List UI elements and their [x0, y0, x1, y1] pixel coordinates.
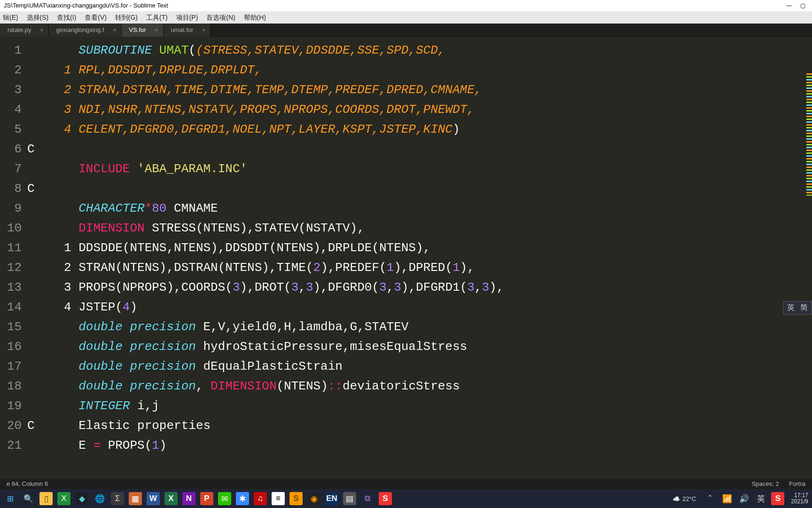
app-icon[interactable]: ▦: [129, 492, 142, 505]
chrome-icon[interactable]: 🌐: [93, 492, 106, 505]
app-icon[interactable]: EN: [325, 492, 338, 505]
tab-bar: ratate.py × gexiangtongxing.f × VS.for ×…: [0, 24, 812, 37]
code-token: SUBROUTINE: [78, 43, 152, 57]
sublime-icon[interactable]: S: [289, 492, 303, 505]
tab-gexiang[interactable]: gexiangtongxing.f ×: [49, 24, 122, 37]
weather-temp: 22°C: [682, 495, 696, 502]
volume-icon[interactable]: 🔊: [737, 492, 750, 505]
ime-app-icon[interactable]: S: [771, 492, 784, 505]
status-bar: e 84, Column 6 Spaces: 2 Fortra: [0, 479, 812, 489]
window-title: JS\Temp\UMAT\xianxing-changgangdu\VS.for…: [4, 0, 168, 11]
visualstudio-icon[interactable]: ⧉: [361, 492, 374, 505]
line-gutter: 1 2 3 4 5 6 7 8 9 10 11 12 13 14 15 16 1…: [0, 37, 27, 479]
menu-project[interactable]: 项目(P): [176, 14, 198, 21]
app-icon[interactable]: X: [57, 492, 70, 505]
clock[interactable]: 17:17 2021/9: [791, 492, 808, 505]
tab-umat[interactable]: umat.for ×: [164, 24, 211, 37]
close-icon[interactable]: ×: [155, 24, 158, 37]
code-token: UMAT: [159, 43, 188, 57]
app-icon[interactable]: S: [379, 492, 392, 505]
tab-ratate[interactable]: ratate.py ×: [0, 24, 49, 37]
menu-tools[interactable]: 工具(T): [146, 14, 168, 21]
menu-goto[interactable]: 转到(G): [115, 14, 138, 21]
excel-icon[interactable]: X: [164, 492, 178, 505]
word-icon[interactable]: W: [147, 492, 160, 505]
menu-find[interactable]: 查找(I): [57, 14, 76, 21]
wifi-icon[interactable]: 📶: [720, 492, 734, 505]
status-position[interactable]: e 84, Column 6: [7, 479, 48, 489]
tray-chevron-icon[interactable]: ˄: [703, 492, 717, 505]
terminal-icon[interactable]: Σ: [111, 492, 124, 505]
code-area[interactable]: SUBROUTINE UMAT((STRESS,STATEV,DDSDDE,SS…: [27, 37, 812, 479]
status-syntax[interactable]: Fortra: [789, 480, 805, 487]
tab-label: ratate.py: [8, 26, 31, 33]
weather-widget[interactable]: ☁️ 22°C: [672, 495, 696, 502]
minimize-button[interactable]: —: [786, 0, 792, 11]
clock-date: 2021/9: [791, 499, 808, 505]
ime-side-pill[interactable]: 英 简: [783, 301, 812, 315]
app-icon[interactable]: ◉: [307, 492, 320, 505]
title-bar: JS\Temp\UMAT\xianxing-changgangdu\VS.for…: [0, 0, 812, 11]
menu-help[interactable]: 帮助(H): [244, 14, 266, 21]
ime-lang-label: 英: [787, 303, 795, 311]
status-indent[interactable]: Spaces: 2: [752, 480, 779, 487]
app-icon[interactable]: ◆: [75, 492, 88, 505]
app-icon[interactable]: ✱: [236, 492, 249, 505]
netease-icon[interactable]: ♫: [254, 492, 267, 505]
ime-tray[interactable]: 英: [754, 492, 767, 505]
powerpoint-icon[interactable]: P: [200, 492, 213, 505]
start-icon[interactable]: ⊞: [4, 492, 17, 505]
onenote-icon[interactable]: N: [182, 492, 195, 505]
close-icon[interactable]: ×: [202, 24, 206, 37]
tab-label: gexiangtongxing.f: [56, 26, 104, 33]
tab-label: umat.for: [171, 26, 194, 33]
taskbar: ⊞ 🔍 ▯ X ◆ 🌐 Σ ▦ W X N P ✉ ✱ ♫ ≡ S ◉ EN ▤…: [0, 489, 812, 508]
tab-label: VS.for: [129, 26, 146, 33]
window-controls: — ▢: [786, 0, 808, 11]
app-icon[interactable]: ≡: [272, 492, 285, 505]
explorer-icon[interactable]: ▯: [39, 492, 53, 505]
close-icon[interactable]: ×: [40, 24, 44, 37]
app-icon[interactable]: ▤: [343, 492, 356, 505]
minimap[interactable]: [806, 73, 812, 196]
close-icon[interactable]: ×: [113, 24, 117, 37]
maximize-button[interactable]: ▢: [800, 0, 805, 11]
cloud-icon: ☁️: [672, 495, 680, 502]
menu-edit[interactable]: 辑(E): [3, 14, 18, 21]
editor[interactable]: 1 2 3 4 5 6 7 8 9 10 11 12 13 14 15 16 1…: [0, 37, 812, 479]
menu-prefs[interactable]: 首选项(N): [206, 14, 235, 21]
code-token: (STRESS,STATEV,DDSDDE,SSE,SPD,SCD,: [196, 43, 445, 57]
menu-select[interactable]: 选择(S): [27, 14, 49, 21]
wechat-icon[interactable]: ✉: [218, 492, 231, 505]
menu-view[interactable]: 查看(V): [85, 14, 107, 21]
search-icon[interactable]: 🔍: [22, 492, 35, 505]
tab-vsfor[interactable]: VS.for ×: [122, 24, 164, 37]
menu-bar[interactable]: 辑(E) 选择(S) 查找(I) 查看(V) 转到(G) 工具(T) 项目(P)…: [0, 11, 812, 24]
ime-mode-label: 简: [800, 303, 808, 311]
